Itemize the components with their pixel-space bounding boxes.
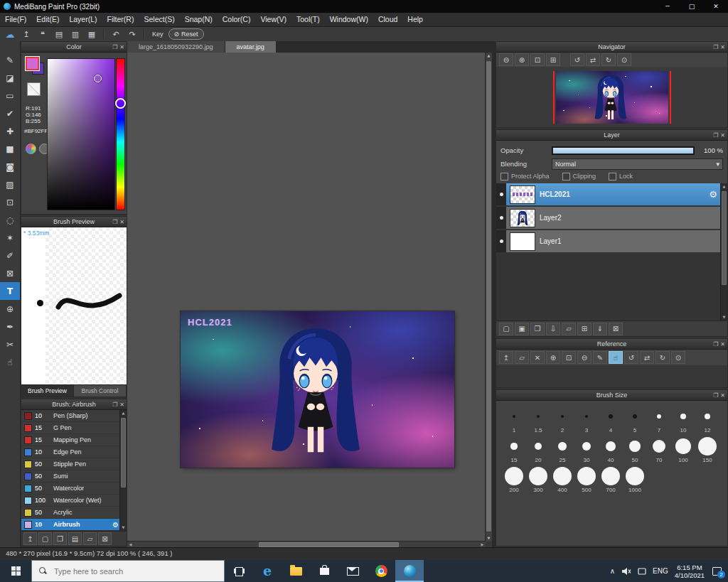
maximize-button[interactable]: □ [680,0,704,13]
brush-item-selected[interactable]: 10 Airbrush ⚙ [21,519,120,531]
language-indicator[interactable]: ENG [653,567,668,575]
menu-edit[interactable]: Edit(E) [31,13,64,26]
reference-pen-icon[interactable]: ✎ [593,351,607,364]
brush-size-option[interactable]: 1.5 [526,405,550,435]
popout-icon[interactable]: ❐ [713,392,718,399]
foreground-color-swatch[interactable] [26,57,39,70]
brush-item[interactable]: 50 Stipple Pen [21,458,120,470]
merge-down-icon[interactable]: ⇓ [593,323,607,335]
scroll-up-icon[interactable]: ▲ [721,183,727,190]
brush-folder-icon[interactable]: ▱ [83,532,97,545]
text-tool[interactable]: T [0,282,20,300]
menu-select[interactable]: Select(S) [139,13,179,26]
reference-folder-icon[interactable]: ▱ [515,351,529,364]
scrollbar-thumb[interactable] [121,418,126,487]
close-panel-icon[interactable]: ✕ [720,44,725,50]
bucket-tool[interactable]: ◙ [0,158,20,176]
brush-size-option[interactable]: 50 [623,435,647,465]
popout-icon[interactable]: ❐ [112,402,117,408]
reference-upload-icon[interactable]: ↥ [499,351,513,364]
brush-size-option[interactable]: 2 [550,405,574,435]
brush-edit-icon[interactable]: ▤ [68,532,82,545]
close-panel-icon[interactable]: ✕ [119,402,124,408]
scroll-up-icon[interactable]: ▲ [120,410,127,416]
select-pen-tool[interactable]: ✐ [0,247,20,264]
flip-horizontal-icon[interactable]: ⇄ [586,53,600,66]
rotate-cw-icon[interactable]: ↻ [655,351,670,364]
menu-cloud[interactable]: Cloud [373,13,402,26]
rotate-ccw-icon[interactable]: ↺ [624,351,638,364]
brush-size-option[interactable]: 70 [647,435,671,465]
popout-icon[interactable]: ❐ [713,132,718,139]
panel-right-toggle-icon[interactable]: ▦ [85,28,99,40]
panel-left-toggle-icon[interactable]: ▥ [68,28,82,40]
transparent-color-swatch[interactable] [27,82,41,96]
menu-color[interactable]: Color(C) [218,13,256,26]
close-panel-icon[interactable]: ✕ [119,44,124,50]
brush-item[interactable]: 10 Pen (Sharp) [21,410,120,422]
select-tool[interactable]: ⊡ [0,193,20,211]
grid-toggle-icon[interactable]: ▤ [52,28,66,40]
popout-icon[interactable]: ❐ [713,44,718,50]
fill-rect-tool[interactable]: ■ [0,140,20,158]
pen-settings-icon[interactable] [638,567,646,576]
brush-new-icon[interactable]: ▢ [38,532,52,545]
close-panel-icon[interactable]: ✕ [720,341,725,347]
rotate-reset-icon[interactable]: ⊙ [671,351,685,364]
close-button[interactable]: ✕ [704,0,728,13]
close-panel-icon[interactable]: ✕ [720,392,725,399]
hue-marker[interactable] [115,98,126,109]
menu-filter[interactable]: Filter(R) [102,13,139,26]
menu-help[interactable]: Help [402,13,428,26]
brush-size-option[interactable]: 3 [574,405,599,435]
layer-list-scrollbar[interactable]: ▲ ▼ [720,183,727,320]
flip-horizontal-icon[interactable]: ⇄ [640,351,654,364]
canvas-vertical-scrollbar[interactable]: ▲ ▼ [485,53,492,541]
brush-size-option[interactable]: 15 [502,435,526,465]
scrollbar-thumb[interactable] [259,542,399,547]
zoom-actual-icon[interactable]: ⊞ [546,53,560,66]
zoom-out-icon[interactable]: ⊖ [499,53,513,66]
brush-item[interactable]: 15 G Pen [21,422,120,434]
edge-button[interactable]: e [253,560,282,582]
brush-delete-icon[interactable]: ⊠ [98,532,112,545]
opacity-slider[interactable] [552,146,695,155]
shape-tool[interactable]: ▭ [0,87,20,104]
artboard-image[interactable]: HCL2021 [181,311,454,468]
layer-folder-icon[interactable]: ▱ [562,323,576,335]
menu-view[interactable]: View(V) [255,13,291,26]
brush-size-option[interactable]: 12 [695,405,719,435]
brush-size-option[interactable]: 10 [671,405,695,435]
brush-size-option[interactable]: 700 [599,465,623,495]
layer-row[interactable]: Layer1 [496,230,721,252]
comment-icon[interactable]: ❝ [36,28,50,40]
brush-tool[interactable]: ✎ [0,51,20,69]
zoom-out-icon[interactable]: ⊖ [577,351,592,364]
duplicate-layer-icon[interactable]: ❐ [530,323,545,335]
layer-row[interactable]: Layer2 [496,207,721,229]
zoom-tool[interactable]: ⊕ [0,300,20,318]
add-layer-icon[interactable]: ▢ [499,323,513,335]
search-input[interactable] [53,566,198,576]
hand-tool[interactable]: ☝ [0,353,20,371]
document-tab-active[interactable]: avatar.jpg [225,41,277,53]
brush-duplicate-icon[interactable]: ❐ [53,532,67,545]
zoom-in-icon[interactable]: ⊕ [515,53,529,66]
brush-size-option[interactable]: 200 [502,465,526,495]
lasso-tool[interactable]: ◌ [0,211,20,229]
transfer-down-icon[interactable]: ⇩ [546,323,560,335]
lock-checkbox[interactable] [609,173,616,180]
eraser-tool[interactable]: ◪ [0,69,20,87]
scroll-up-icon[interactable]: ▲ [486,53,492,59]
scroll-down-icon[interactable]: ▼ [120,524,127,531]
brush-size-option[interactable]: 7 [647,405,671,435]
gradient-tool[interactable]: ▨ [0,176,20,193]
rotate-reset-icon[interactable]: ⊙ [617,53,631,66]
redo-icon[interactable]: ↷ [125,28,139,40]
chrome-button[interactable] [367,560,395,582]
brush-size-option[interactable]: 1000 [623,465,647,495]
scrollbar-thumb[interactable] [486,61,491,532]
navigator-thumbnail[interactable] [556,71,668,124]
reference-preview-area[interactable] [496,365,727,387]
divide-tool[interactable]: ✂ [0,335,20,353]
